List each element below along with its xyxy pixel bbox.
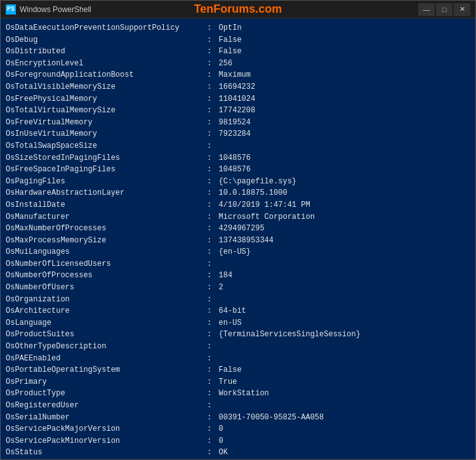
table-row: OsPagingFiles : {C:\pagefile.sys} — [6, 176, 470, 188]
prop-value: WorkStation — [219, 388, 269, 400]
table-row: OsFreeVirtualMemory : 9819524 — [6, 117, 470, 129]
table-row: OsTotalVirtualMemorySize : 17742208 — [6, 105, 470, 117]
table-row: OsMuiLanguages : {en-US} — [6, 246, 470, 258]
terminal-content[interactable]: OsDataExecutionPreventionSupportPolicy :… — [1, 18, 475, 459]
prop-value: 00391-70050-95825-AA058 — [219, 412, 324, 424]
table-row: OsStatus : OK — [6, 447, 470, 459]
prop-colon: : — [202, 447, 216, 459]
prop-colon: : — [202, 187, 216, 199]
window-controls: — □ ✕ — [418, 3, 470, 16]
prop-colon: : — [202, 459, 216, 459]
prop-name: OsSizeStoredInPagingFiles — [6, 152, 202, 164]
window-title: Windows PowerShell — [20, 5, 91, 14]
prop-name: OsStatus — [6, 447, 202, 459]
prop-name: OsForegroundApplicationBoost — [6, 69, 202, 81]
prop-value: {C:\pagefile.sys} — [219, 176, 296, 188]
prop-colon: : — [202, 46, 216, 58]
prop-name: OsPAEEnabled — [6, 353, 202, 365]
prop-colon: : — [202, 93, 216, 105]
table-row: OsDebug : False — [6, 34, 470, 46]
table-row: OsProductType : WorkStation — [6, 388, 470, 400]
table-row: OsNumberOfUsers : 2 — [6, 282, 470, 294]
prop-value: False — [219, 364, 242, 376]
prop-name: OsNumberOfLicensedUsers — [6, 258, 202, 270]
table-row: OsDataExecutionPreventionSupportPolicy :… — [6, 22, 470, 34]
prop-name: OsRegisteredUser — [6, 400, 202, 412]
table-row: OsMaxNumberOfProcesses : 4294967295 — [6, 223, 470, 235]
prop-colon: : — [202, 117, 216, 129]
prop-colon: : — [202, 105, 216, 117]
table-row: OsForegroundApplicationBoost : Maximum — [6, 69, 470, 81]
prop-name: OsTotalSwapSpaceSize — [6, 140, 202, 152]
prop-name: OsNumberOfProcesses — [6, 270, 202, 282]
prop-value: 9819524 — [219, 117, 251, 129]
prop-value: 4294967295 — [219, 223, 265, 235]
prop-colon: : — [202, 211, 216, 223]
prop-value: 10.0.18875.1000 — [219, 187, 288, 199]
prop-colon: : — [202, 223, 216, 235]
prop-name: OsLanguage — [6, 317, 202, 329]
prop-name: OsMaxNumberOfProcesses — [6, 223, 202, 235]
prop-value: 17742208 — [219, 105, 256, 117]
table-row: OsLanguage : en-US — [6, 317, 470, 329]
prop-colon: : — [202, 353, 216, 365]
table-row: OsMaxProcessMemorySize : 137438953344 — [6, 235, 470, 247]
prop-value: OptIn — [219, 22, 242, 34]
prop-name: OsServicePackMinorVersion — [6, 435, 202, 447]
prop-colon: : — [202, 199, 216, 211]
prop-colon: : — [202, 305, 216, 317]
table-row: OsDistributed : False — [6, 46, 470, 58]
prop-name: OsSuites — [6, 459, 202, 459]
prop-colon: : — [202, 164, 216, 176]
prop-colon: : — [202, 152, 216, 164]
powershell-window: PS Windows PowerShell TenForums.com — □ … — [0, 0, 476, 460]
prop-colon: : — [202, 69, 216, 81]
prop-value: 11041024 — [219, 93, 256, 105]
prop-name: OsDistributed — [6, 46, 202, 58]
prop-colon: : — [202, 423, 216, 435]
maximize-button[interactable]: □ — [436, 3, 453, 16]
table-row: OsSerialNumber : 00391-70050-95825-AA058 — [6, 412, 470, 424]
site-watermark: TenForums.com — [194, 3, 282, 16]
prop-name: OsFreePhysicalMemory — [6, 93, 202, 105]
table-row: OsEncryptionLevel : 256 — [6, 58, 470, 70]
prop-name: OsInUseVirtualMemory — [6, 128, 202, 140]
prop-name: OsDataExecutionPreventionSupportPolicy — [6, 22, 202, 34]
prop-colon: : — [202, 246, 216, 258]
prop-name: OsMaxProcessMemorySize — [6, 235, 202, 247]
table-row: OsPrimary : True — [6, 376, 470, 388]
prop-colon: : — [202, 294, 216, 306]
prop-value: 64-bit — [219, 305, 246, 317]
prop-value: 2 — [219, 282, 223, 294]
prop-value: en-US — [219, 317, 242, 329]
minimize-button[interactable]: — — [418, 3, 435, 16]
table-row: OsSuites : {TerminalServices, TerminalSe… — [6, 459, 470, 459]
prop-name: OsOrganization — [6, 294, 202, 306]
table-row: OsRegisteredUser : — [6, 400, 470, 412]
prop-value: Maximum — [219, 69, 251, 81]
table-row: OsManufacturer : Microsoft Corporation — [6, 211, 470, 223]
prop-value: 0 — [219, 435, 223, 447]
prop-value: 137438953344 — [219, 235, 274, 247]
prop-name: OsManufacturer — [6, 211, 202, 223]
table-row: OsOrganization : — [6, 294, 470, 306]
prop-name: OsNumberOfUsers — [6, 282, 202, 294]
prop-name: OsTotalVisibleMemorySize — [6, 81, 202, 93]
prop-value: 16694232 — [219, 81, 256, 93]
title-bar: PS Windows PowerShell TenForums.com — □ … — [1, 1, 475, 18]
prop-value: 256 — [219, 58, 233, 70]
prop-colon: : — [202, 34, 216, 46]
table-row: OsSizeStoredInPagingFiles : 1048576 — [6, 152, 470, 164]
table-row: OsServicePackMinorVersion : 0 — [6, 435, 470, 447]
close-button[interactable]: ✕ — [454, 3, 470, 16]
prop-colon: : — [202, 341, 216, 353]
prop-colon: : — [202, 140, 216, 152]
prop-name: OsMuiLanguages — [6, 246, 202, 258]
prop-colon: : — [202, 258, 216, 270]
title-bar-left: PS Windows PowerShell — [6, 4, 91, 15]
prop-name: OsPrimary — [6, 376, 202, 388]
prop-name: OsPagingFiles — [6, 176, 202, 188]
table-row: OsInUseVirtualMemory : 7923284 — [6, 128, 470, 140]
prop-name: OsTotalVirtualMemorySize — [6, 105, 202, 117]
prop-colon: : — [202, 235, 216, 247]
